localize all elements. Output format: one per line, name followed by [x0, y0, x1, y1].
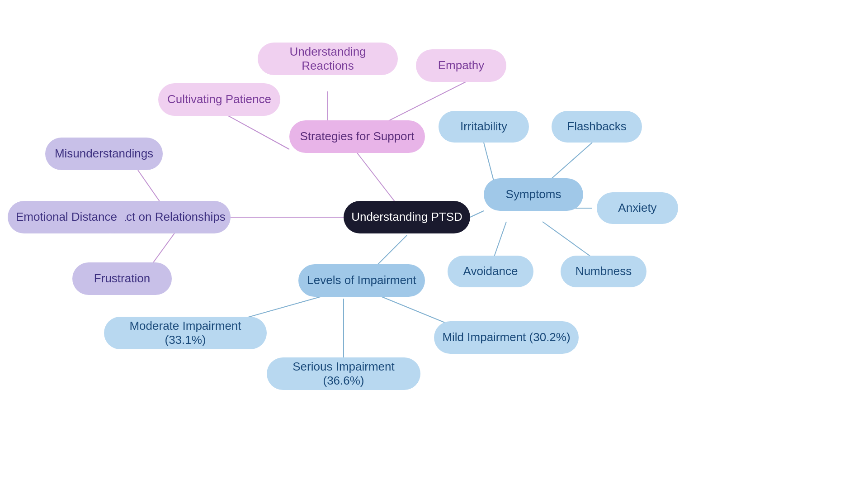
serious-impairment-label: Serious Impairment (36.6%): [267, 360, 420, 388]
frustration-label: Frustration: [90, 271, 155, 285]
mild-impairment-label: Mild Impairment (30.2%): [438, 330, 575, 344]
svg-line-6: [228, 116, 289, 149]
avoidance-node[interactable]: Avoidance: [448, 256, 533, 287]
misunderstandings-label: Misunderstandings: [50, 147, 158, 161]
moderate-impairment-node[interactable]: Moderate Impairment (33.1%): [104, 317, 267, 349]
understanding-reactions-node[interactable]: Understanding Reactions: [258, 43, 398, 75]
levels-label: Levels of Impairment: [302, 273, 420, 287]
cultivating-patience-label: Cultivating Patience: [163, 92, 276, 106]
strategies-node[interactable]: Strategies for Support: [289, 120, 425, 153]
avoidance-label: Avoidance: [459, 264, 523, 278]
emotional-distance-label: Emotional Distance: [11, 210, 122, 224]
irritability-label: Irritability: [456, 119, 512, 133]
anxiety-node[interactable]: Anxiety: [597, 192, 678, 224]
levels-node[interactable]: Levels of Impairment: [298, 264, 425, 297]
center-node[interactable]: Understanding PTSD: [344, 201, 470, 233]
anxiety-label: Anxiety: [613, 201, 661, 215]
flashbacks-label: Flashbacks: [562, 119, 631, 133]
strategies-label: Strategies for Support: [296, 129, 419, 143]
center-label: Understanding PTSD: [347, 210, 467, 224]
flashbacks-node[interactable]: Flashbacks: [552, 111, 642, 143]
empathy-label: Empathy: [434, 58, 489, 72]
numbness-label: Numbness: [571, 264, 636, 278]
understanding-reactions-label: Understanding Reactions: [258, 45, 398, 73]
numbness-node[interactable]: Numbness: [561, 256, 646, 287]
irritability-node[interactable]: Irritability: [439, 111, 529, 143]
cultivating-patience-node[interactable]: Cultivating Patience: [158, 83, 280, 116]
serious-impairment-node[interactable]: Serious Impairment (36.6%): [267, 357, 420, 390]
moderate-impairment-label: Moderate Impairment (33.1%): [104, 319, 267, 347]
symptoms-label: Symptoms: [501, 187, 566, 201]
mild-impairment-node[interactable]: Mild Impairment (30.2%): [434, 321, 579, 354]
misunderstandings-node[interactable]: Misunderstandings: [45, 138, 163, 170]
svg-line-2: [470, 211, 484, 217]
frustration-node[interactable]: Frustration: [72, 262, 172, 295]
emotional-distance-node[interactable]: Emotional Distance: [8, 201, 125, 233]
empathy-node[interactable]: Empathy: [416, 49, 506, 82]
symptoms-node[interactable]: Symptoms: [484, 178, 583, 211]
